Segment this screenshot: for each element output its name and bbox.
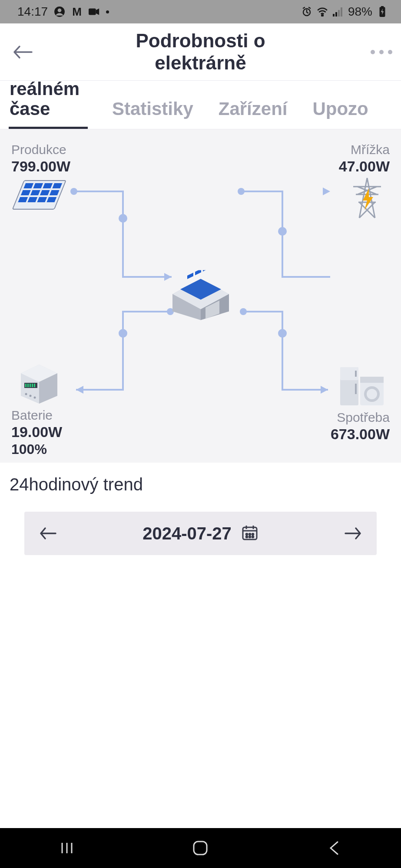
svg-rect-52 [32, 384, 33, 387]
node-battery: Baterie 19.00W 100% [11, 408, 62, 457]
svg-point-18 [119, 329, 127, 338]
arrow-right-icon [345, 526, 362, 540]
svg-marker-19 [76, 386, 83, 394]
signal-icon [332, 6, 344, 17]
svg-point-11 [70, 188, 77, 195]
energy-flow-diagram: Produkce 799.00W Mřížka 47.00W Baterie 1… [0, 129, 401, 463]
svg-point-68 [252, 533, 254, 535]
svg-point-14 [238, 188, 245, 195]
grid-label: Mřížka [339, 142, 390, 157]
alarm-icon [301, 6, 312, 17]
tab-realtime[interactable]: V reálném čase [7, 81, 89, 129]
status-battery-pct: 98% [348, 5, 372, 19]
svg-rect-60 [355, 384, 357, 394]
trend-title: 24hodinový trend [10, 475, 391, 494]
svg-rect-10 [381, 6, 384, 7]
svg-point-67 [249, 533, 251, 535]
svg-rect-5 [333, 14, 335, 16]
svg-rect-8 [341, 7, 342, 16]
date-picker-button[interactable]: 2024-07-27 [143, 524, 258, 543]
svg-rect-72 [194, 842, 207, 855]
node-grid: Mřížka 47.00W [339, 142, 390, 175]
page-title: Podrobnosti o elektrárně [88, 30, 314, 74]
svg-point-21 [278, 329, 287, 338]
svg-point-12 [119, 214, 127, 223]
date-next-button[interactable] [343, 523, 364, 544]
svg-point-4 [321, 15, 323, 16]
wifi-icon [317, 6, 328, 17]
dot-icon [379, 50, 384, 54]
status-bar: 14:17 M 98% [0, 0, 401, 23]
consumption-value: 673.00W [331, 426, 390, 443]
svg-rect-62 [360, 377, 384, 383]
svg-point-70 [249, 536, 251, 538]
app-header: Podrobnosti o elektrárně [0, 23, 401, 81]
arrow-left-icon [39, 526, 56, 540]
node-production: Produkce 799.00W [11, 142, 70, 175]
svg-point-1 [58, 8, 62, 12]
trend-section: 24hodinový trend 2024-07-27 [0, 463, 401, 567]
battery-storage-icon [17, 360, 61, 405]
production-value: 799.00W [11, 158, 70, 175]
svg-rect-50 [27, 384, 29, 387]
consumption-label: Spotřeba [331, 410, 390, 425]
svg-rect-51 [30, 384, 31, 387]
date-prev-button[interactable] [37, 523, 58, 544]
svg-rect-6 [335, 12, 337, 16]
status-right: 98% [301, 5, 388, 19]
svg-rect-41 [203, 270, 209, 271]
svg-point-54 [25, 393, 27, 395]
svg-point-66 [246, 533, 248, 535]
production-label: Produkce [11, 142, 70, 157]
tab-statistics[interactable]: Statistiky [109, 90, 196, 129]
back-button[interactable] [10, 39, 36, 65]
trend-date: 2024-07-27 [143, 524, 232, 543]
svg-point-55 [30, 395, 32, 397]
gmail-icon: M [71, 6, 83, 17]
svg-marker-22 [321, 386, 328, 394]
account-icon [54, 6, 65, 17]
tab-alerts[interactable]: Upozo [310, 90, 371, 129]
svg-point-56 [34, 397, 36, 399]
svg-marker-16 [323, 187, 330, 195]
android-recents-button[interactable] [47, 837, 86, 859]
calendar-icon [241, 524, 258, 543]
dot-icon [371, 50, 375, 54]
svg-rect-49 [25, 384, 27, 387]
battery-label: Baterie [11, 408, 62, 423]
battery-charging-icon [377, 6, 388, 17]
svg-rect-7 [338, 10, 340, 16]
status-left: 14:17 M [17, 5, 109, 19]
dot-icon [388, 50, 392, 54]
svg-rect-2 [89, 9, 96, 15]
android-nav-bar [0, 828, 401, 868]
video-icon [89, 6, 100, 17]
date-selector: 2024-07-27 [24, 512, 377, 555]
battery-value: 19.00W [11, 424, 62, 441]
battery-soc: 100% [11, 441, 62, 457]
svg-rect-59 [355, 371, 357, 377]
power-grid-icon [349, 176, 385, 221]
svg-rect-40 [195, 270, 201, 275]
grid-value: 47.00W [339, 158, 390, 175]
more-options-button[interactable] [371, 50, 392, 54]
svg-rect-53 [34, 384, 35, 387]
svg-rect-39 [187, 273, 193, 279]
house-icon [168, 270, 233, 324]
solar-panel-icon [10, 178, 67, 219]
svg-point-20 [240, 308, 247, 315]
tab-devices[interactable]: Zařízení [216, 90, 290, 129]
arrow-left-icon [13, 45, 33, 59]
svg-point-69 [246, 536, 248, 538]
status-dot [106, 10, 109, 13]
svg-point-64 [367, 389, 377, 399]
android-home-button[interactable] [181, 837, 220, 859]
tab-bar: V reálném čase Statistiky Zařízení Upozo [0, 81, 401, 129]
status-time: 14:17 [17, 5, 48, 19]
svg-point-15 [278, 227, 287, 236]
svg-point-71 [252, 536, 254, 538]
android-back-button[interactable] [315, 837, 354, 859]
node-consumption: Spotřeba 673.00W [331, 410, 390, 443]
appliances-icon [338, 365, 385, 411]
